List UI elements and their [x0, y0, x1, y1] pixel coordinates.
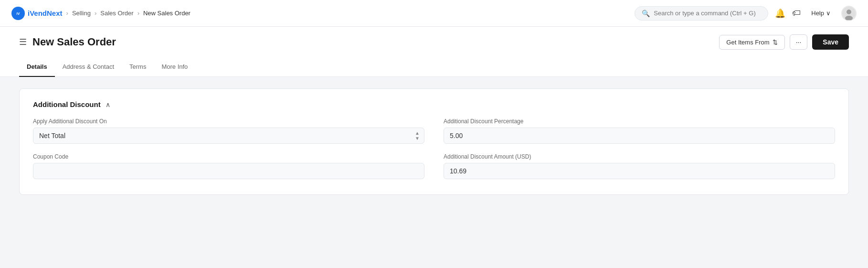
tab-terms[interactable]: Terms: [122, 57, 154, 77]
tabs-container: Details Address & Contact Terms More Inf…: [0, 57, 868, 77]
breadcrumb-sep-2: ›: [95, 10, 96, 17]
tab-more-info[interactable]: More Info: [154, 57, 195, 77]
apply-discount-select[interactable]: Net Total Grand Total: [33, 128, 424, 144]
coupon-code-group: Coupon Code: [33, 153, 424, 179]
breadcrumb-current: New Sales Order: [143, 10, 191, 17]
page-header-right: Get Items From ⇅ ··· Save: [719, 34, 849, 50]
tab-details[interactable]: Details: [19, 57, 55, 77]
apply-discount-group: Apply Additional Discount On Net Total G…: [33, 118, 424, 144]
help-chevron-icon: ∨: [826, 10, 831, 17]
save-button[interactable]: Save: [812, 34, 849, 50]
page-header: ☰ New Sales Order Get Items From ⇅ ··· S…: [0, 27, 868, 57]
get-items-chevron-icon: ⇅: [773, 39, 778, 46]
discount-amount-group: Additional Discount Amount (USD): [444, 153, 835, 179]
discount-percentage-label: Additional Discount Percentage: [444, 118, 835, 125]
section-title: Additional Discount: [33, 100, 101, 108]
apply-discount-select-wrapper: Net Total Grand Total ▲ ▼: [33, 128, 424, 144]
coupon-code-input[interactable]: [33, 163, 424, 179]
more-options-button[interactable]: ···: [790, 34, 808, 50]
menu-icon[interactable]: ☰: [19, 37, 27, 47]
svg-point-3: [847, 10, 851, 14]
section-header: Additional Discount ∧: [33, 100, 835, 108]
breadcrumb-sales-order[interactable]: Sales Order: [100, 10, 133, 17]
tab-address-contact[interactable]: Address & Contact: [55, 57, 122, 77]
form-card: Additional Discount ∧ Apply Additional D…: [19, 88, 849, 195]
breadcrumb-selling[interactable]: Selling: [72, 10, 91, 17]
notification-icon[interactable]: 🔔: [775, 8, 785, 19]
svg-text:iV: iV: [16, 11, 20, 16]
page-header-left: ☰ New Sales Order: [19, 36, 116, 48]
discount-percentage-input[interactable]: [444, 128, 835, 144]
brand[interactable]: iV iVendNext: [11, 7, 63, 20]
discount-amount-input[interactable]: [444, 163, 835, 179]
navbar-right: 🔍 🔔 🏷 Help ∨: [635, 6, 857, 21]
page-title: New Sales Order: [32, 36, 116, 48]
coupon-code-label: Coupon Code: [33, 153, 424, 160]
avatar[interactable]: [841, 6, 857, 21]
apply-discount-label: Apply Additional Discount On: [33, 118, 424, 125]
breadcrumb-sep-3: ›: [138, 10, 139, 17]
search-icon: 🔍: [642, 10, 650, 17]
get-items-button[interactable]: Get Items From ⇅: [719, 35, 784, 50]
form-grid: Apply Additional Discount On Net Total G…: [33, 118, 835, 179]
discount-amount-label: Additional Discount Amount (USD): [444, 153, 835, 160]
breadcrumb-sep-1: ›: [66, 10, 68, 17]
help-label: Help: [811, 10, 824, 17]
main-content: Additional Discount ∧ Apply Additional D…: [0, 77, 868, 268]
tag-icon[interactable]: 🏷: [792, 8, 801, 18]
brand-name: iVendNext: [28, 9, 63, 17]
discount-percentage-group: Additional Discount Percentage: [444, 118, 835, 144]
section-toggle-icon[interactable]: ∧: [106, 101, 110, 108]
navbar: iV iVendNext › Selling › Sales Order › N…: [0, 0, 868, 27]
get-items-label: Get Items From: [726, 39, 769, 46]
search-input[interactable]: [654, 10, 761, 17]
help-button[interactable]: Help ∨: [807, 8, 835, 19]
navbar-left: iV iVendNext › Selling › Sales Order › N…: [11, 7, 191, 20]
search-bar[interactable]: 🔍: [635, 6, 768, 21]
tabs: Details Address & Contact Terms More Inf…: [19, 57, 849, 76]
brand-logo: iV: [11, 7, 25, 20]
